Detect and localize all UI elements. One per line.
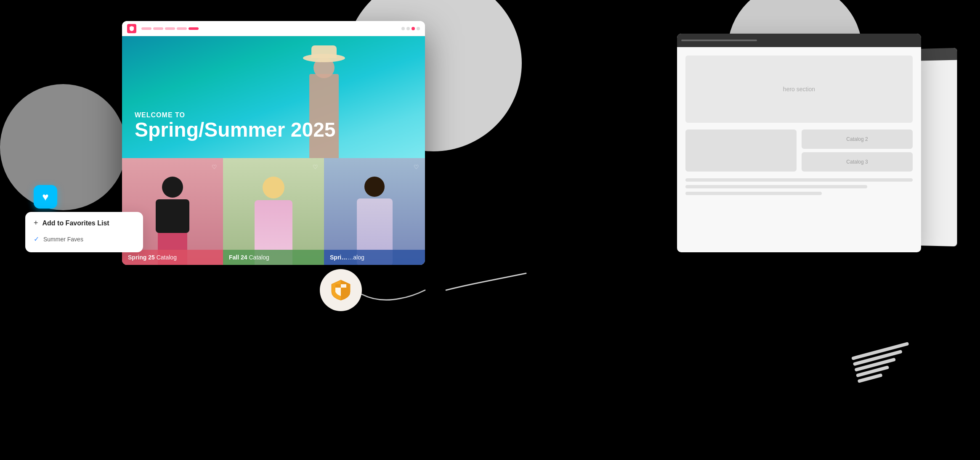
nav-dot-4: [177, 27, 187, 30]
favorites-plus-symbol: +: [34, 219, 38, 227]
sec-catalog-2: Catalog 2: [802, 130, 913, 149]
favorites-heart-icon: ♥: [42, 190, 48, 204]
sec-text-lines: [685, 178, 913, 195]
catalog-grid: ♡ Spring 25 Catalog ♡ Fall 24 Catalog: [122, 158, 425, 265]
person3-head: [364, 177, 385, 197]
catalog-item-2: ♡ Fall 24 Catalog: [223, 158, 324, 265]
catalog-2-regular: Catalog: [247, 254, 269, 261]
nav-dot-1: [141, 27, 151, 30]
hero-main-title: Spring/Summer 2025: [135, 119, 336, 141]
monitor-secondary: hero section Catalog 2 Catalog 3: [677, 34, 921, 252]
sec-catalog-3: Catalog 3: [802, 152, 913, 172]
figure-hat-top: [311, 45, 337, 58]
page-dot-4[interactable]: [417, 27, 420, 30]
sec-hero-text: hero section: [783, 86, 815, 93]
catalog-label-3: Spri……alog: [324, 250, 425, 265]
sec-catalog-row: Catalog 2 Catalog 3: [685, 130, 913, 172]
page-dot-2[interactable]: [406, 27, 410, 30]
app-logo: [127, 24, 136, 33]
hero-title-text: Spring/Summer 2025: [135, 119, 336, 141]
favorites-list-item-1[interactable]: ✓ Summer Faves: [34, 233, 135, 246]
nav-dot-5-active: [189, 27, 199, 30]
sec-catalog-3-label: Catalog 3: [846, 159, 868, 165]
favorites-card: + Add to Favorites List ✓ Summer Faves: [25, 212, 143, 252]
wishlist-heart-2[interactable]: ♡: [311, 162, 320, 172]
favorites-check-icon: ✓: [34, 235, 39, 243]
favorites-add-row: + Add to Favorites List: [34, 219, 135, 227]
favorites-popup: ♥ + Add to Favorites List ✓ Summer Faves: [25, 185, 143, 252]
shield-circle: [320, 269, 362, 311]
main-scene: hero section Catalog 2 Catalog 3: [0, 0, 980, 460]
person1-top: [156, 199, 189, 233]
catalog-2-bold: Fall 24: [229, 254, 247, 261]
sec-catalog-tall: [685, 130, 797, 172]
sec-hero-placeholder: hero section: [685, 56, 913, 123]
hero-figure-container: [295, 49, 353, 158]
hero-welcome-text: WELCOME TO: [135, 111, 336, 119]
hero-banner: WELCOME TO Spring/Summer 2025: [122, 36, 425, 158]
monitor-secondary-content: hero section Catalog 2 Catalog 3: [677, 47, 921, 204]
catalog-1-regular: Catalog: [155, 254, 177, 261]
monitor-main-titlebar: [122, 21, 425, 36]
catalog-label-2: Fall 24 Catalog: [223, 250, 324, 265]
catalog-1-bold: Spring 25: [128, 254, 155, 261]
stacked-lines-decoration: [851, 342, 915, 383]
wishlist-heart-1[interactable]: ♡: [210, 162, 219, 172]
catalog-3-bold: Spri…: [330, 254, 347, 261]
catalog-item-3: ♡ Spri……alog: [324, 158, 425, 265]
nav-dot-3: [165, 27, 175, 30]
hero-text-container: WELCOME TO Spring/Summer 2025: [135, 111, 336, 141]
person2-head: [263, 177, 284, 198]
sec-line-1: [685, 178, 913, 182]
page-dot-1[interactable]: [401, 27, 405, 30]
wishlist-heart-3[interactable]: ♡: [412, 162, 421, 172]
person1-head: [162, 177, 183, 198]
nav-dot-2: [153, 27, 163, 30]
favorites-add-text[interactable]: Add to Favorites List: [42, 219, 109, 227]
title-bar-dots: [141, 27, 199, 30]
favorites-list-name: Summer Faves: [43, 236, 83, 243]
shield-container: [320, 269, 362, 311]
sec-catalog-2-label: Catalog 2: [846, 136, 868, 142]
page-dot-3-active[interactable]: [412, 27, 415, 30]
monitor-main: WELCOME TO Spring/Summer 2025 ♡ Spring 2…: [122, 21, 425, 265]
sec-line-3: [685, 192, 822, 195]
catalog-3-regular: …alog: [347, 254, 364, 261]
sec-bar-line-1: [681, 40, 757, 41]
monitor-secondary-titlebar: [677, 34, 921, 47]
nav-dots-right: [401, 27, 420, 30]
sec-line-2: [685, 185, 867, 188]
shield-svg-icon: [329, 278, 353, 302]
favorites-icon-button[interactable]: ♥: [34, 185, 57, 209]
